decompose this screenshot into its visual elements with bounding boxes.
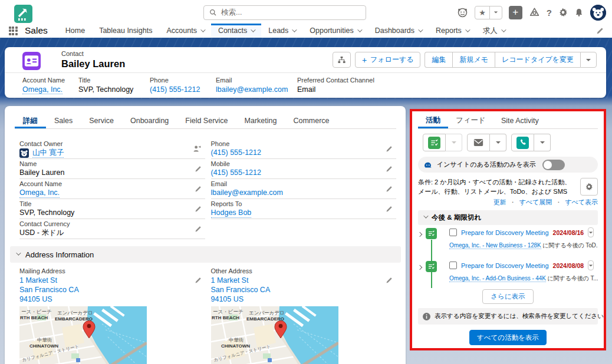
edit-pencil-icon[interactable]: [194, 277, 202, 286]
email-link[interactable]: lbailey@example.com: [211, 188, 283, 197]
expand-chevron-icon[interactable]: [418, 263, 422, 271]
tab-activity[interactable]: 活動: [418, 112, 448, 128]
nav-tab-contacts[interactable]: Contacts: [211, 24, 261, 38]
global-actions-button[interactable]: +: [509, 6, 522, 19]
org-chart-button[interactable]: [333, 52, 351, 68]
change-record-type-button[interactable]: レコードタイプを変更: [495, 52, 580, 68]
phone-link[interactable]: (415) 555-1212: [211, 148, 261, 157]
tab-sales[interactable]: Sales: [46, 113, 81, 128]
tab-commerce[interactable]: Commerce: [285, 113, 337, 128]
account-link[interactable]: Omega, Inc.: [19, 188, 60, 198]
phone-link[interactable]: (415) 555-1212: [150, 85, 200, 94]
app-name[interactable]: Sales: [25, 25, 48, 38]
task-actions-dropdown[interactable]: [588, 260, 594, 270]
edit-pencil-icon[interactable]: [194, 226, 202, 235]
email-button[interactable]: [467, 134, 490, 151]
edit-button[interactable]: 編集: [425, 52, 452, 68]
related-opportunity-link[interactable]: Omega, Inc. - Add-On Business - 44K: [449, 275, 546, 282]
notifications-bell-icon[interactable]: [574, 8, 584, 17]
upcoming-overdue-section[interactable]: 今後 & 期限切れ: [418, 210, 598, 225]
task-dropdown[interactable]: [446, 134, 462, 151]
edit-pencil-icon[interactable]: [194, 166, 202, 175]
app-launcher-icon[interactable]: [9, 27, 18, 35]
reports-to-link[interactable]: Hodges Bob: [211, 209, 252, 218]
global-search-input[interactable]: 検索...: [203, 5, 366, 20]
nav-tab-tableau-insights[interactable]: Tableau Insights: [92, 24, 159, 38]
entity-label: Contact: [61, 50, 125, 57]
new-note-button[interactable]: 新規メモ: [452, 52, 495, 68]
insights-toggle[interactable]: [542, 160, 565, 170]
edit-pencil-icon[interactable]: [385, 206, 393, 215]
related-opportunity-link[interactable]: Omega, Inc. - New Business - 128K: [449, 242, 541, 249]
new-task-button[interactable]: [423, 134, 446, 151]
mailing-address-line1[interactable]: 1 Market St: [19, 276, 57, 284]
log-call-button[interactable]: [511, 134, 534, 151]
nav-tab-jobs[interactable]: 求人: [476, 24, 512, 38]
account-link[interactable]: Omega, Inc.: [22, 85, 62, 94]
task-actions-dropdown[interactable]: [588, 227, 594, 237]
mobile-link[interactable]: (415) 555-1212: [211, 168, 261, 177]
tab-feed[interactable]: フィード: [448, 112, 493, 128]
svg-text:エンバーカデロ: エンバーカデロ: [57, 310, 93, 316]
task-checkbox[interactable]: [449, 262, 457, 269]
more-actions-dropdown[interactable]: [580, 52, 597, 68]
owner-link[interactable]: 山中 寛子: [32, 148, 64, 158]
task-title-link[interactable]: Prepare for Discovery Meeting: [461, 229, 549, 236]
tab-marketing[interactable]: Marketing: [236, 113, 285, 128]
expand-chevron-icon[interactable]: [418, 230, 422, 238]
edit-navigation-pencil-icon[interactable]: [595, 27, 604, 37]
edit-pencil-icon[interactable]: [385, 166, 393, 175]
email-link[interactable]: lbailey@example.com: [216, 85, 288, 94]
tab-site-activity[interactable]: Site Activity: [493, 112, 547, 128]
nav-tab-dashboards[interactable]: Dashboards: [368, 24, 429, 38]
field-contact-owner: Contact Owner 山中 寛子: [19, 139, 205, 159]
guidance-icon[interactable]: [457, 7, 468, 18]
star-icon[interactable]: ★: [475, 6, 489, 19]
tab-onboarding[interactable]: Onboarding: [122, 113, 177, 128]
favorites-dropdown[interactable]: [489, 6, 502, 19]
tab-details[interactable]: 詳細: [15, 113, 46, 128]
show-more-button[interactable]: さらに表示: [482, 289, 533, 304]
follow-button[interactable]: +フォローする: [355, 52, 421, 68]
edit-pencil-icon[interactable]: [385, 145, 393, 155]
task-icon: [426, 228, 437, 239]
help-icon[interactable]: ?: [547, 8, 552, 18]
edit-pencil-icon[interactable]: [194, 206, 202, 215]
refresh-link[interactable]: 更新: [493, 198, 506, 207]
address-section-header[interactable]: Address Information: [10, 246, 401, 263]
highlight-label: Email: [216, 77, 297, 84]
nav-tab-reports[interactable]: Reports: [429, 24, 476, 38]
nav-tab-accounts[interactable]: Accounts: [159, 24, 210, 38]
trailhead-icon[interactable]: [529, 7, 540, 18]
view-all-activities-button[interactable]: すべての活動を表示: [469, 330, 547, 345]
other-address-map[interactable]: ース・ビーチ RTH BEACH エンバーカデロ EMBARCADERO 中華街…: [211, 306, 338, 364]
user-avatar[interactable]: [590, 5, 606, 21]
nav-tab-leads[interactable]: Leads: [261, 24, 302, 38]
email-dropdown[interactable]: [490, 134, 506, 151]
edit-pencil-icon[interactable]: [194, 186, 202, 195]
mailing-address-line3[interactable]: 94105 US: [19, 295, 52, 303]
mailing-address-line2[interactable]: San Francisco CA: [19, 286, 79, 294]
call-dropdown[interactable]: [534, 134, 551, 151]
change-owner-icon[interactable]: [193, 144, 202, 155]
edit-pencil-icon[interactable]: [385, 186, 393, 195]
other-address-line2[interactable]: San Francisco CA: [211, 286, 271, 294]
filter-summary: 条件: 2 か月以内・すべての活動・記録された活動、メール、行動、リストメール、…: [418, 177, 575, 196]
app-logo[interactable]: [14, 5, 32, 23]
favorites-button[interactable]: ★: [475, 6, 502, 19]
tab-service[interactable]: Service: [81, 113, 122, 128]
task-title-link[interactable]: Prepare for Discovery Meeting: [461, 262, 549, 269]
tab-field-service[interactable]: Field Service: [177, 113, 236, 128]
task-checkbox[interactable]: [449, 229, 457, 236]
other-address-line3[interactable]: 94105 US: [211, 295, 244, 303]
nav-tab-opportunities[interactable]: Opportunities: [302, 24, 367, 38]
setup-gear-icon[interactable]: [558, 8, 568, 17]
svg-text:RTH BEACH: RTH BEACH: [20, 315, 48, 320]
edit-pencil-icon[interactable]: [385, 277, 393, 286]
other-address-line1[interactable]: 1 Market St: [211, 276, 249, 284]
activity-filter-gear-icon[interactable]: [580, 178, 598, 196]
nav-tab-home[interactable]: Home: [58, 24, 92, 38]
expand-all-link[interactable]: すべて展開: [519, 198, 552, 207]
view-all-link[interactable]: すべて表示: [565, 198, 598, 207]
mailing-address-map[interactable]: ース・ビーチ RTH BEACH エンバーカデロ EMBARCADERO 中華街…: [19, 306, 147, 364]
